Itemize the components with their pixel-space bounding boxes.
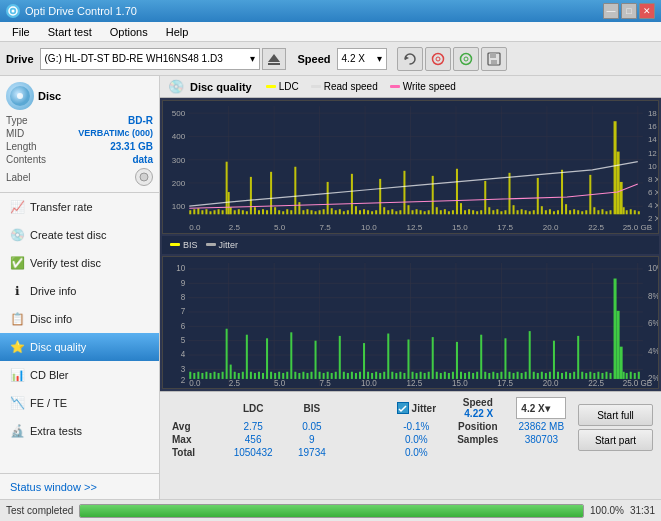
save-button[interactable] [481,47,507,71]
start-full-button[interactable]: Start full [578,404,653,426]
avg-bis: 0.05 [284,420,341,433]
sidebar-item-transfer-rate[interactable]: 📈 Transfer rate [0,193,159,221]
svg-text:7.5: 7.5 [320,377,331,388]
svg-text:7.5: 7.5 [320,223,332,232]
svg-text:0.0: 0.0 [189,223,201,232]
start-part-button[interactable]: Start part [578,429,653,451]
svg-rect-100 [407,205,409,214]
svg-text:0.0: 0.0 [189,377,200,388]
close-button[interactable]: ✕ [639,3,655,19]
speed-select[interactable]: 4.2 X ▾ [337,48,387,70]
svg-rect-95 [387,210,389,214]
jitter-header: Jitter [412,403,436,414]
sidebar-item-verify-test-disc[interactable]: ✅ Verify test disc [0,249,159,277]
svg-text:20.0: 20.0 [543,377,559,388]
svg-rect-62 [254,207,256,214]
sidebar-item-disc-quality[interactable]: ⭐ Disc quality [0,333,159,361]
svg-rect-129 [525,210,527,214]
app-icon [6,4,20,18]
svg-text:15.0: 15.0 [452,223,468,232]
svg-rect-272 [468,371,470,378]
svg-rect-244 [355,372,357,378]
svg-rect-252 [387,333,389,378]
svg-rect-66 [270,172,272,214]
svg-rect-228 [290,332,292,379]
svg-rect-84 [343,211,345,214]
nav-items: 📈 Transfer rate 💿 Create test disc ✅ Ver… [0,193,159,473]
svg-rect-88 [359,210,361,214]
sidebar-item-cd-bler[interactable]: 📊 CD Bler [0,361,159,389]
svg-point-14 [140,173,148,181]
svg-rect-94 [383,207,385,214]
svg-rect-139 [565,204,567,214]
svg-rect-261 [424,372,426,378]
sidebar-item-label: Disc quality [30,341,86,353]
svg-rect-103 [420,210,422,214]
eject-button[interactable] [262,48,286,70]
refresh-button[interactable] [397,47,423,71]
svg-rect-135 [549,209,551,214]
speed-dropdown[interactable]: 4.2 X▾ [516,397,566,419]
disc-info-icon: 📋 [10,312,24,326]
label-button[interactable] [135,168,153,186]
maximize-button[interactable]: □ [621,3,637,19]
burn-button[interactable] [453,47,479,71]
svg-text:10.0: 10.0 [361,377,377,388]
svg-marker-2 [268,54,280,62]
svg-rect-63 [258,210,260,214]
svg-rect-276 [484,371,486,378]
menu-options[interactable]: Options [102,24,156,40]
svg-rect-102 [416,209,418,214]
progress-bar [79,504,584,518]
svg-rect-131 [533,210,535,214]
length-value: 23.31 GB [110,141,153,152]
svg-rect-250 [379,372,381,378]
svg-text:5: 5 [181,334,186,345]
sidebar-item-disc-info[interactable]: 📋 Disc info [0,305,159,333]
title-bar: Opti Drive Control 1.70 — □ ✕ [0,0,661,22]
sidebar-item-create-test-disc[interactable]: 💿 Create test disc [0,221,159,249]
jitter-checkbox[interactable] [397,402,409,414]
svg-rect-143 [581,211,583,214]
svg-rect-134 [545,210,547,214]
write-speed-legend-dot [390,85,400,88]
svg-text:10.0: 10.0 [361,223,377,232]
svg-text:8: 8 [181,291,186,302]
disc-icon [6,82,34,110]
svg-text:25.0 GB: 25.0 GB [623,377,653,388]
create-test-disc-icon: 💿 [10,228,24,242]
svg-text:4 X: 4 X [648,201,658,210]
svg-rect-267 [448,372,450,378]
sidebar-item-fe-te[interactable]: 📉 FE / TE [0,389,159,417]
menu-help[interactable]: Help [158,24,197,40]
sidebar-item-drive-info[interactable]: ℹ Drive info [0,277,159,305]
svg-rect-82 [335,210,337,214]
minimize-button[interactable]: — [603,3,619,19]
svg-rect-146 [593,207,595,214]
bis-header: BIS [284,396,341,420]
svg-text:500: 500 [172,109,186,118]
drive-select[interactable]: (G:) HL-DT-ST BD-RE WH16NS48 1.D3 ▾ [40,48,260,70]
menu-start-test[interactable]: Start test [40,24,100,40]
sidebar-item-extra-tests[interactable]: 🔬 Extra tests [0,417,159,445]
svg-rect-266 [444,371,446,378]
svg-rect-125 [508,173,510,214]
progress-bar-fill [80,505,583,517]
contents-label: Contents [6,154,46,165]
svg-rect-308 [614,278,617,378]
svg-rect-141 [573,209,575,214]
svg-rect-300 [581,371,583,378]
svg-rect-301 [585,372,587,378]
disc-panel: Disc Type BD-R MID VERBATIMc (000) Lengt… [0,76,159,193]
svg-rect-149 [605,211,607,214]
menu-file[interactable]: File [4,24,38,40]
status-window-button[interactable]: Status window >> [0,473,159,499]
write-speed-legend-label: Write speed [403,81,456,92]
disc-quality-icon: ⭐ [10,340,24,354]
disc-button[interactable] [425,47,451,71]
svg-rect-107 [436,207,438,214]
svg-rect-265 [440,372,442,378]
ldc-legend-label: LDC [279,81,299,92]
svg-rect-209 [214,371,216,378]
svg-rect-127 [517,210,519,214]
